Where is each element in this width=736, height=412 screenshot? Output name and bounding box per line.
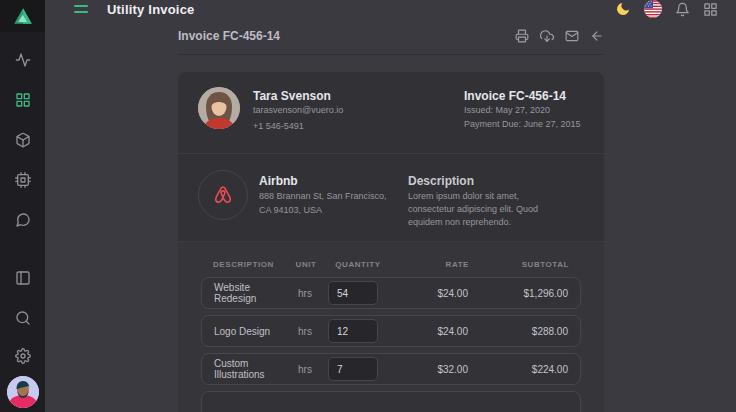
table-header-row: DESCRIPTION UNIT QUANTITY RATE SUBTOTAL <box>201 255 581 273</box>
moon-icon <box>615 1 631 17</box>
message-circle-icon <box>15 212 31 228</box>
item-rate: $24.00 <box>394 288 468 299</box>
page-title: Utility Invoice <box>107 2 195 17</box>
subheader: Invoice FC-456-14 <box>45 18 736 55</box>
table-row: Custom Illustrations hrs $32.00 $224.00 <box>201 353 581 385</box>
arrow-left-icon <box>590 29 604 43</box>
dark-mode-toggle[interactable] <box>615 1 631 17</box>
gear-icon <box>15 348 31 364</box>
quantity-input[interactable] <box>328 357 378 381</box>
company-logo-circle <box>198 170 248 220</box>
cpu-icon <box>15 172 31 188</box>
company-address-line1: 888 Brannan St, San Francisco, <box>259 189 387 203</box>
download-button[interactable] <box>540 29 554 43</box>
client-avatar-image <box>198 87 240 129</box>
notifications-button[interactable] <box>675 2 690 17</box>
grid-icon <box>15 92 31 108</box>
company-block: Airbnb 888 Brannan St, San Francisco, CA… <box>198 168 408 220</box>
icon-sidebar <box>0 0 45 412</box>
activity-icon <box>15 52 31 68</box>
sidebar-item-search[interactable] <box>7 298 39 338</box>
us-flag-icon <box>644 0 662 18</box>
table-row-partial <box>201 391 581 412</box>
client-phone: +1 546-5491 <box>253 119 343 133</box>
user-avatar-image <box>7 376 39 408</box>
company-name: Airbnb <box>259 174 387 188</box>
description-block: Description Lorem ipsum dolor sit amet, … <box>408 168 584 229</box>
sidebar-item-dashboards[interactable] <box>7 80 39 120</box>
quantity-input[interactable] <box>328 319 378 343</box>
sidebar-nav-top <box>7 40 39 240</box>
airbnb-logo-icon <box>210 182 236 208</box>
invoice-parties-section: Tara Svenson tarasvenson@vuero.io +1 546… <box>178 72 604 154</box>
invoice-due-date: Payment Due: June 27, 2015 <box>464 117 584 131</box>
topbar: Utility Invoice <box>45 0 736 18</box>
sidebar-item-panels[interactable] <box>7 258 39 298</box>
topbar-actions <box>615 0 718 18</box>
invoice-number-title: Invoice FC-456-14 <box>178 29 280 43</box>
client-email: tarasvenson@vuero.io <box>253 103 343 117</box>
box-icon <box>15 132 31 148</box>
sidebar-panel-icon <box>15 270 31 286</box>
vuero-logo-icon <box>12 5 34 27</box>
invoice-issued-date: Issued: May 27, 2020 <box>464 103 584 117</box>
user-avatar[interactable] <box>7 376 39 408</box>
line-items-section: DESCRIPTION UNIT QUANTITY RATE SUBTOTAL … <box>178 242 604 412</box>
item-description: Logo Design <box>214 326 282 337</box>
item-unit: hrs <box>290 364 320 375</box>
client-name: Tara Svenson <box>253 89 343 103</box>
company-section: Airbnb 888 Brannan St, San Francisco, CA… <box>178 154 604 242</box>
description-text: Lorem ipsum dolor sit amet, consectetur … <box>408 190 560 229</box>
search-icon <box>15 310 31 326</box>
table-row: Website Redesign hrs $24.00 $1,296.00 <box>201 277 581 309</box>
client-info: Tara Svenson tarasvenson@vuero.io +1 546… <box>253 87 343 137</box>
col-header-unit: UNIT <box>291 260 321 269</box>
menu-toggle-button[interactable] <box>72 3 90 15</box>
print-button[interactable] <box>515 29 529 43</box>
col-header-quantity: QUANTITY <box>329 260 387 269</box>
col-header-subtotal: SUBTOTAL <box>477 260 569 269</box>
col-header-rate: RATE <box>395 260 469 269</box>
sidebar-item-settings[interactable] <box>7 338 39 374</box>
item-subtotal: $288.00 <box>476 326 568 337</box>
app-logo[interactable] <box>0 0 45 32</box>
sidebar-item-components[interactable] <box>7 120 39 160</box>
language-selector[interactable] <box>644 0 662 18</box>
sidebar-item-messages[interactable] <box>7 200 39 240</box>
item-unit: hrs <box>290 326 320 337</box>
company-info: Airbnb 888 Brannan St, San Francisco, CA… <box>259 174 387 217</box>
invoice-meta-number: Invoice FC-456-14 <box>464 89 584 103</box>
item-description: Website Redesign <box>214 282 282 304</box>
sidebar-item-activity[interactable] <box>7 40 39 80</box>
apps-grid-icon <box>703 2 718 17</box>
col-header-description: DESCRIPTION <box>213 260 283 269</box>
printer-icon <box>515 29 529 43</box>
invoice-meta: Invoice FC-456-14 Issued: May 27, 2020 P… <box>464 87 584 137</box>
client-avatar <box>198 87 240 129</box>
cloud-download-icon <box>540 29 554 43</box>
item-description: Custom Illustrations <box>214 358 282 380</box>
quantity-input[interactable] <box>328 281 378 305</box>
item-rate: $32.00 <box>394 364 468 375</box>
main-area: Utility Invoice <box>45 0 736 412</box>
invoice-card: Tara Svenson tarasvenson@vuero.io +1 546… <box>178 72 604 412</box>
company-address-line2: CA 94103, USA <box>259 203 387 217</box>
sidebar-item-elements[interactable] <box>7 160 39 200</box>
back-button[interactable] <box>590 29 604 43</box>
sidebar-nav-bottom <box>7 258 39 408</box>
invoice-actions <box>515 29 604 43</box>
app-root: Utility Invoice <box>0 0 736 412</box>
item-subtotal: $224.00 <box>476 364 568 375</box>
description-heading: Description <box>408 174 560 188</box>
item-subtotal: $1,296.00 <box>476 288 568 299</box>
mail-icon <box>565 29 579 43</box>
bell-icon <box>675 2 690 17</box>
send-mail-button[interactable] <box>565 29 579 43</box>
table-row: Logo Design hrs $24.00 $288.00 <box>201 315 581 347</box>
item-unit: hrs <box>290 288 320 299</box>
apps-menu-button[interactable] <box>703 2 718 17</box>
item-rate: $24.00 <box>394 326 468 337</box>
